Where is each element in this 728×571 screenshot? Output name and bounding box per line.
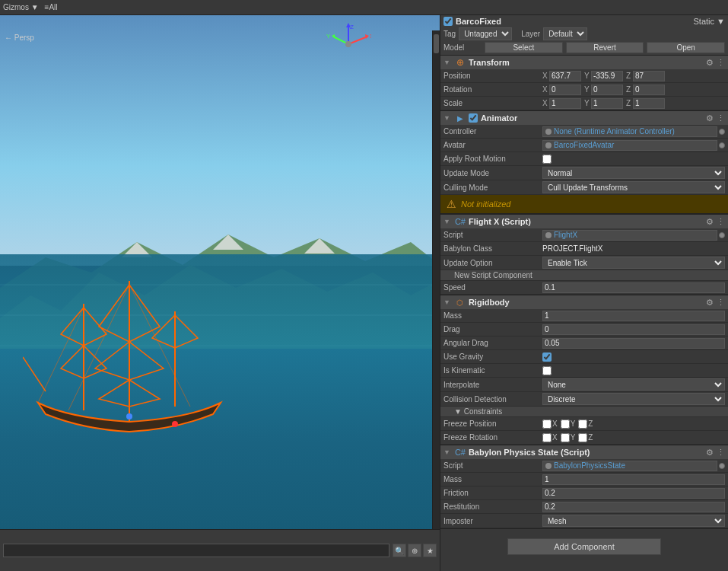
flight-script-header[interactable]: ▼ C# Flight X (Script) ⚙ ⋮ bbox=[440, 215, 728, 228]
culling-mode-dropdown[interactable]: Cull Update Transforms bbox=[542, 181, 725, 193]
scene-icon-move[interactable]: ⊕ bbox=[408, 544, 421, 557]
add-component-button[interactable]: Add Component bbox=[507, 538, 661, 555]
position-z-input[interactable] bbox=[633, 71, 665, 81]
flight-script-dot bbox=[545, 232, 552, 238]
scene-search-input[interactable] bbox=[3, 544, 389, 557]
position-row: Position X Y Z bbox=[440, 69, 728, 83]
flight-script-circle-btn[interactable] bbox=[719, 232, 725, 238]
freeze-rot-x-checkbox[interactable] bbox=[542, 433, 552, 442]
scale-xyz: X Y Z bbox=[542, 98, 725, 109]
freeze-pos-y-checkbox[interactable] bbox=[561, 419, 570, 429]
open-button[interactable]: Open bbox=[647, 42, 725, 53]
select-button[interactable]: Select bbox=[485, 42, 563, 53]
rotation-row: Rotation X Y Z bbox=[440, 83, 728, 97]
speed-label: Speed bbox=[443, 283, 542, 292]
transform-gear-icon[interactable]: ⚙ bbox=[706, 58, 714, 68]
revert-button[interactable]: Revert bbox=[566, 42, 644, 53]
flight-script-component: ▼ C# Flight X (Script) ⚙ ⋮ Script Flight… bbox=[440, 215, 728, 295]
interpolate-dropdown[interactable]: None bbox=[542, 378, 725, 391]
animator-header[interactable]: ▼ ▶ Animator ⚙ ⋮ bbox=[440, 111, 728, 125]
scale-z-input[interactable] bbox=[633, 98, 665, 109]
flight-gear-icon[interactable]: ⚙ bbox=[706, 217, 714, 227]
svg-marker-12 bbox=[365, 34, 369, 39]
rigidbody-header[interactable]: ▼ ⬡ Rigidbody ⚙ ⋮ bbox=[440, 295, 728, 309]
scene-view: ← Persp Z X Y bbox=[0, 15, 440, 571]
scene-scrollbar[interactable] bbox=[432, 30, 440, 529]
animator-enabled-checkbox[interactable] bbox=[469, 113, 478, 123]
collision-detection-row: Collision Detection Discrete bbox=[440, 392, 728, 407]
collision-detection-dropdown[interactable]: Discrete bbox=[542, 393, 725, 405]
is-kinematic-checkbox[interactable] bbox=[542, 366, 552, 375]
physics-menu-icon[interactable]: ⋮ bbox=[717, 448, 725, 458]
flight-collapse[interactable]: ▼ bbox=[443, 218, 450, 225]
controller-circle-btn[interactable] bbox=[719, 129, 725, 135]
update-mode-dropdown[interactable]: Normal bbox=[542, 167, 725, 179]
animator-gear-icon[interactable]: ⚙ bbox=[706, 113, 714, 123]
apply-root-motion-checkbox[interactable] bbox=[542, 155, 552, 164]
position-y-input[interactable] bbox=[591, 71, 623, 81]
rotation-x-input[interactable] bbox=[549, 85, 581, 95]
rigidbody-collapse[interactable]: ▼ bbox=[443, 298, 450, 306]
flight-script-value: FlightX bbox=[554, 231, 577, 239]
rotation-z-input[interactable] bbox=[633, 85, 665, 95]
restitution-input[interactable] bbox=[542, 502, 725, 512]
update-option-dropdown[interactable]: Enable Tick bbox=[542, 257, 725, 269]
physics-state-header[interactable]: ▼ C# Babylon Physics State (Script) ⚙ ⋮ bbox=[440, 445, 728, 459]
friction-input[interactable] bbox=[542, 488, 725, 499]
freeze-pos-z-checkbox[interactable] bbox=[578, 419, 587, 429]
scene-canvas: ← Persp Z X Y bbox=[0, 15, 440, 571]
gizmos-btn[interactable]: Gizmos ▼ bbox=[3, 3, 39, 11]
layer-dropdown[interactable]: Default bbox=[543, 27, 587, 40]
scene-icon-star[interactable]: ★ bbox=[423, 544, 437, 557]
flight-menu-icon[interactable]: ⋮ bbox=[717, 217, 725, 227]
rigidbody-menu-icon[interactable]: ⋮ bbox=[717, 298, 725, 308]
position-x-input[interactable] bbox=[549, 71, 581, 81]
static-dropdown[interactable]: Static ▼ bbox=[694, 17, 725, 26]
transform-header[interactable]: ▼ ⊕ Transform ⚙ ⋮ bbox=[440, 56, 728, 69]
physics-script-label: Script bbox=[443, 461, 542, 470]
rot-y-label: Y bbox=[584, 85, 590, 94]
transform-menu-icon[interactable]: ⋮ bbox=[717, 58, 725, 68]
drag-input[interactable] bbox=[542, 324, 725, 335]
physics-gear-icon[interactable]: ⚙ bbox=[706, 448, 714, 458]
object-enabled-checkbox[interactable] bbox=[443, 17, 453, 26]
interpolate-row: Interpolate None bbox=[440, 378, 728, 392]
collision-detection-label: Collision Detection bbox=[443, 395, 542, 404]
flight-script-title: Flight X (Script) bbox=[469, 217, 703, 226]
physics-collapse[interactable]: ▼ bbox=[443, 448, 450, 456]
avatar-ref: BarcoFixedAvatar bbox=[542, 140, 717, 151]
imposter-dropdown[interactable]: Mesh bbox=[542, 515, 725, 527]
constraints-header[interactable]: ▼ Constraints bbox=[440, 407, 728, 417]
rigidbody-gear-icon[interactable]: ⚙ bbox=[706, 298, 714, 308]
animator-title: Animator bbox=[481, 113, 703, 123]
scene-icon-magnify[interactable]: 🔍 bbox=[393, 544, 406, 557]
babylon-class-row: Babylon Class PROJECT.FlightX bbox=[440, 242, 728, 256]
transform-collapse[interactable]: ▼ bbox=[443, 59, 450, 66]
animator-collapse[interactable]: ▼ bbox=[443, 114, 450, 122]
animator-menu-icon[interactable]: ⋮ bbox=[717, 113, 725, 123]
mass-input[interactable] bbox=[542, 311, 725, 321]
pos-x-label: X bbox=[542, 72, 548, 80]
scale-y-input[interactable] bbox=[591, 98, 623, 109]
svg-point-31 bbox=[126, 413, 132, 419]
rot-x-label: X bbox=[542, 85, 548, 94]
avatar-circle-btn[interactable] bbox=[719, 142, 725, 148]
speed-input[interactable] bbox=[542, 282, 725, 293]
tag-dropdown[interactable]: Untagged bbox=[459, 27, 512, 40]
freeze-rotation-label: Freeze Rotation bbox=[443, 433, 542, 442]
physics-script-circle-btn[interactable] bbox=[719, 463, 725, 469]
interpolate-label: Interpolate bbox=[443, 381, 542, 389]
all-btn[interactable]: ≡All bbox=[45, 3, 58, 11]
freeze-pos-x-checkbox[interactable] bbox=[542, 419, 552, 429]
angular-drag-input[interactable] bbox=[542, 338, 725, 349]
rotation-y-input[interactable] bbox=[591, 85, 623, 95]
warning-text: Not initialized bbox=[461, 199, 510, 209]
rotation-xyz: X Y Z bbox=[542, 85, 725, 95]
freeze-rot-z-checkbox[interactable] bbox=[578, 433, 587, 442]
culling-mode-row: Culling Mode Cull Update Transforms bbox=[440, 180, 728, 195]
physics-mass-input[interactable] bbox=[542, 474, 725, 485]
freeze-rot-y-checkbox[interactable] bbox=[561, 433, 570, 442]
use-gravity-checkbox[interactable] bbox=[542, 352, 552, 362]
scale-x-input[interactable] bbox=[549, 98, 581, 109]
main-layout: ← Persp Z X Y bbox=[0, 15, 728, 571]
